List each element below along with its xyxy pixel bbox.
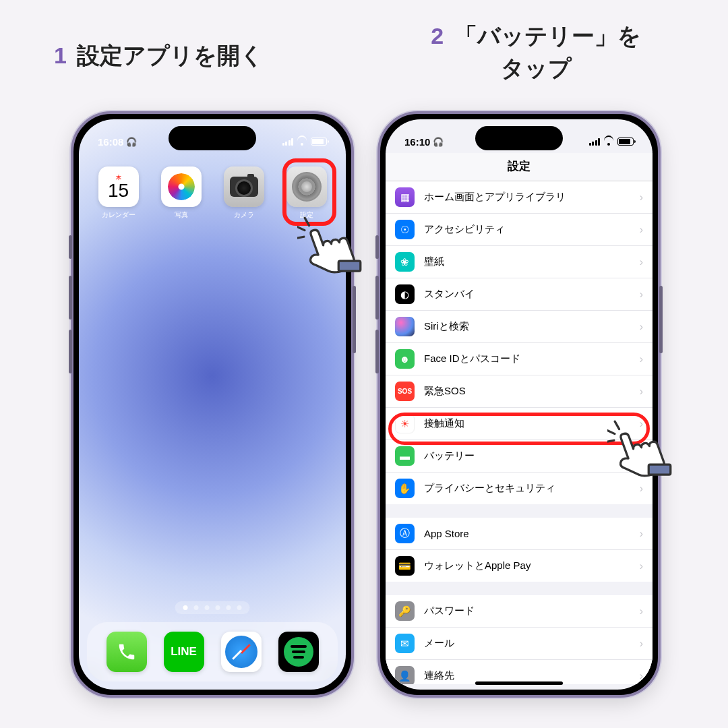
calendar-icon: 木 15: [98, 166, 139, 207]
chevron-right-icon: ›: [640, 191, 643, 204]
battery-status-icon: [617, 138, 634, 146]
battery-status-icon: [311, 138, 327, 146]
phone-mockup-2: 16:10 🎧 設定 ▦ ホーム画面とアプリライブラリ › ☉ アクセシビリティ: [377, 111, 661, 698]
siri-icon: [395, 317, 415, 336]
step1-text: 設定アプリを開く: [77, 42, 264, 68]
chevron-right-icon: ›: [640, 321, 643, 333]
password-icon: 🔑: [395, 601, 415, 621]
home-screen: 16:08 🎧 木 15 カレンダー 写真: [79, 119, 346, 690]
chevron-right-icon: ›: [640, 528, 643, 540]
status-time: 16:10: [404, 136, 430, 148]
wallet-icon: 💳: [395, 556, 415, 576]
settings-row-contacts[interactable]: 👤 連絡先 ›: [386, 660, 653, 684]
settings-row-home[interactable]: ▦ ホーム画面とアプリライブラリ ›: [386, 181, 653, 214]
settings-row-siri[interactable]: Siriと検索 ›: [386, 311, 653, 343]
app-label: カレンダー: [102, 210, 135, 220]
chevron-right-icon: ›: [640, 386, 643, 398]
svg-rect-3: [338, 261, 361, 271]
wifi-icon: [297, 138, 307, 146]
line-app-icon[interactable]: LINE: [164, 632, 204, 672]
dock: LINE: [87, 622, 338, 681]
privacy-icon: ✋: [395, 479, 415, 498]
tap-hand-icon: [607, 412, 681, 502]
volume-up-button: [375, 276, 379, 320]
status-bar: 16:08 🎧: [79, 119, 346, 153]
cellular-signal-icon: [589, 138, 601, 146]
wifi-icon: [603, 138, 614, 146]
chevron-right-icon: ›: [640, 353, 643, 365]
step2-heading: 2 「バッテリー」を タップ: [381, 20, 691, 84]
side-button: [69, 235, 72, 259]
spotify-app-icon[interactable]: [278, 632, 319, 672]
faceid-icon: ☻: [395, 349, 415, 369]
app-photos[interactable]: 写真: [158, 166, 204, 220]
app-calendar[interactable]: 木 15 カレンダー: [95, 166, 142, 220]
power-button: [659, 286, 663, 353]
chevron-right-icon: ›: [640, 638, 643, 650]
settings-screen: 16:10 🎧 設定 ▦ ホーム画面とアプリライブラリ › ☉ アクセシビリティ: [386, 119, 653, 690]
settings-row-mail[interactable]: ✉ メール ›: [386, 628, 653, 660]
volume-down-button: [375, 330, 379, 373]
app-camera[interactable]: カメラ: [220, 166, 267, 220]
svg-rect-7: [648, 464, 671, 475]
chevron-right-icon: ›: [640, 605, 643, 617]
side-button: [375, 235, 379, 259]
settings-row-wallpaper[interactable]: ❀ 壁紙 ›: [386, 246, 653, 278]
chevron-right-icon: ›: [640, 560, 643, 572]
step1-number: 1: [54, 42, 67, 68]
standby-icon: ◐: [395, 284, 415, 304]
volume-up-button: [69, 276, 72, 320]
wallpaper-icon: ❀: [395, 252, 415, 272]
settings-row-faceid[interactable]: ☻ Face IDとパスコード ›: [386, 343, 653, 375]
step1-heading: 1 設定アプリを開く: [54, 40, 264, 71]
chevron-right-icon: ›: [640, 224, 643, 236]
status-time: 16:08: [98, 136, 123, 148]
headphones-icon: 🎧: [126, 137, 137, 147]
sos-icon: SOS: [395, 382, 415, 401]
settings-row-wallet[interactable]: 💳 ウォレットとApple Pay ›: [386, 550, 653, 582]
svg-line-2: [297, 235, 304, 239]
svg-line-5: [615, 421, 619, 429]
settings-row-standby[interactable]: ◐ スタンバイ ›: [386, 278, 653, 311]
appstore-icon: Ⓐ: [395, 524, 415, 543]
settings-row-sos[interactable]: SOS 緊急SOS ›: [386, 375, 653, 408]
headphones-icon: 🎧: [433, 137, 444, 147]
page-indicator[interactable]: [175, 601, 250, 614]
step2-number: 2: [431, 23, 444, 49]
app-label: 写真: [175, 210, 188, 220]
settings-row-appstore[interactable]: Ⓐ App Store ›: [386, 518, 653, 550]
svg-line-0: [297, 223, 305, 233]
chevron-right-icon: ›: [640, 256, 643, 268]
battery-icon: ▬: [395, 446, 415, 466]
camera-icon: [224, 166, 264, 207]
home-icon: ▦: [395, 187, 415, 207]
phone-mockup-1: 16:08 🎧 木 15 カレンダー 写真: [71, 111, 354, 698]
accessibility-icon: ☉: [395, 220, 415, 239]
contacts-icon: 👤: [395, 666, 415, 684]
tap-hand-icon: [297, 208, 371, 299]
mail-icon: ✉: [395, 634, 415, 653]
settings-row-password[interactable]: 🔑 パスワード ›: [386, 595, 653, 628]
photos-icon: [161, 166, 202, 207]
status-bar: 16:10 🎧: [386, 119, 653, 153]
svg-line-6: [607, 439, 614, 443]
home-indicator[interactable]: [475, 681, 563, 685]
volume-down-button: [69, 330, 72, 373]
chevron-right-icon: ›: [640, 289, 643, 301]
settings-row-accessibility[interactable]: ☉ アクセシビリティ ›: [386, 214, 653, 246]
svg-line-1: [305, 217, 309, 226]
chevron-right-icon: ›: [640, 670, 643, 682]
cellular-signal-icon: [282, 138, 294, 146]
svg-line-4: [607, 427, 615, 436]
step2-text: 「バッテリー」を タップ: [454, 23, 641, 81]
safari-app-icon[interactable]: [221, 632, 262, 672]
nav-title: 設定: [386, 153, 653, 181]
phone-app-icon[interactable]: [107, 632, 147, 672]
app-label: カメラ: [234, 210, 254, 220]
